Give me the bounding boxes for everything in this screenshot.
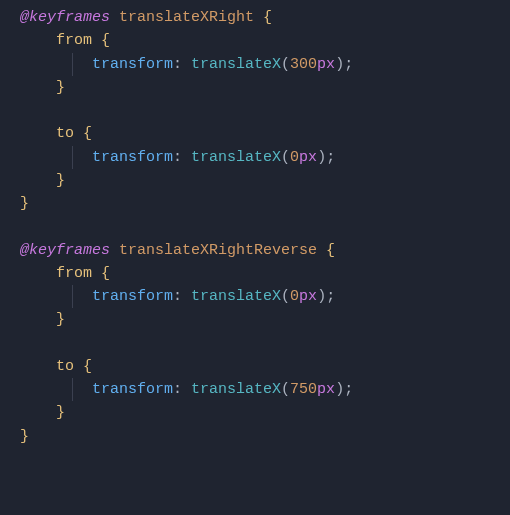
css-value: 0 bbox=[290, 149, 299, 166]
css-value: 750 bbox=[290, 381, 317, 398]
code-line: to { bbox=[20, 355, 510, 378]
code-line: } bbox=[20, 401, 510, 424]
css-function: translateX bbox=[191, 56, 281, 73]
at-rule: @keyframes bbox=[20, 9, 110, 26]
code-line: from { bbox=[20, 262, 510, 285]
keyframe-selector: from bbox=[56, 265, 92, 282]
keyframes-name: translateXRight bbox=[119, 9, 254, 26]
code-line: } bbox=[20, 308, 510, 331]
code-line bbox=[20, 215, 510, 238]
at-rule: @keyframes bbox=[20, 242, 110, 259]
css-unit: px bbox=[299, 288, 317, 305]
keyframe-selector: to bbox=[56, 358, 74, 375]
css-value: 300 bbox=[290, 56, 317, 73]
css-unit: px bbox=[317, 56, 335, 73]
code-line: } bbox=[20, 192, 510, 215]
code-line: to { bbox=[20, 122, 510, 145]
css-property: transform bbox=[92, 381, 173, 398]
code-line: } bbox=[20, 76, 510, 99]
code-line bbox=[20, 332, 510, 355]
css-value: 0 bbox=[290, 288, 299, 305]
css-property: transform bbox=[92, 288, 173, 305]
code-line: } bbox=[20, 425, 510, 448]
code-line: transform: translateX(750px); bbox=[20, 378, 510, 401]
code-line: @keyframes translateXRightReverse { bbox=[20, 239, 510, 262]
code-line: transform: translateX(0px); bbox=[20, 285, 510, 308]
keyframe-selector: to bbox=[56, 125, 74, 142]
css-property: transform bbox=[92, 149, 173, 166]
css-unit: px bbox=[317, 381, 335, 398]
code-line: } bbox=[20, 169, 510, 192]
code-line: from { bbox=[20, 29, 510, 52]
keyframes-name: translateXRightReverse bbox=[119, 242, 317, 259]
css-function: translateX bbox=[191, 381, 281, 398]
code-line: transform: translateX(300px); bbox=[20, 53, 510, 76]
code-line bbox=[20, 99, 510, 122]
code-line: transform: translateX(0px); bbox=[20, 146, 510, 169]
code-line: @keyframes translateXRight { bbox=[20, 6, 510, 29]
keyframe-selector: from bbox=[56, 32, 92, 49]
code-editor[interactable]: @keyframes translateXRight { from { tran… bbox=[0, 0, 510, 448]
css-function: translateX bbox=[191, 288, 281, 305]
css-function: translateX bbox=[191, 149, 281, 166]
css-unit: px bbox=[299, 149, 317, 166]
css-property: transform bbox=[92, 56, 173, 73]
